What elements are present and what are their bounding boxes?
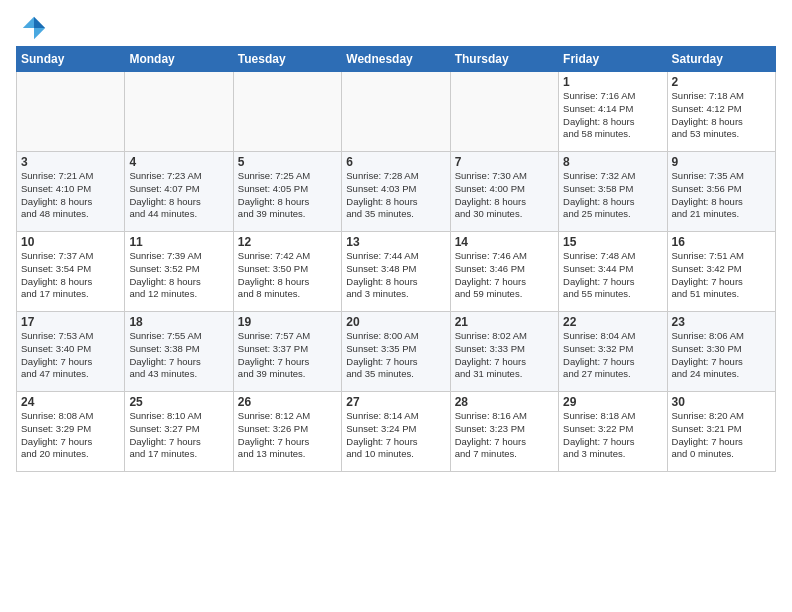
day-number: 27	[346, 395, 445, 409]
calendar-cell	[342, 72, 450, 152]
calendar-week-1: 1Sunrise: 7:16 AMSunset: 4:14 PMDaylight…	[17, 72, 776, 152]
weekday-header-saturday: Saturday	[667, 47, 775, 72]
calendar-cell	[233, 72, 341, 152]
calendar-cell: 3Sunrise: 7:21 AMSunset: 4:10 PMDaylight…	[17, 152, 125, 232]
calendar-cell: 23Sunrise: 8:06 AMSunset: 3:30 PMDayligh…	[667, 312, 775, 392]
svg-marker-2	[23, 17, 34, 28]
calendar-cell: 25Sunrise: 8:10 AMSunset: 3:27 PMDayligh…	[125, 392, 233, 472]
calendar-cell: 29Sunrise: 8:18 AMSunset: 3:22 PMDayligh…	[559, 392, 667, 472]
day-number: 10	[21, 235, 120, 249]
day-number: 2	[672, 75, 771, 89]
weekday-header-tuesday: Tuesday	[233, 47, 341, 72]
calendar-cell: 1Sunrise: 7:16 AMSunset: 4:14 PMDaylight…	[559, 72, 667, 152]
day-info: Sunrise: 8:16 AMSunset: 3:23 PMDaylight:…	[455, 410, 554, 461]
weekday-header-thursday: Thursday	[450, 47, 558, 72]
calendar-cell	[450, 72, 558, 152]
weekday-header-monday: Monday	[125, 47, 233, 72]
day-info: Sunrise: 7:37 AMSunset: 3:54 PMDaylight:…	[21, 250, 120, 301]
day-info: Sunrise: 8:10 AMSunset: 3:27 PMDaylight:…	[129, 410, 228, 461]
calendar-week-2: 3Sunrise: 7:21 AMSunset: 4:10 PMDaylight…	[17, 152, 776, 232]
calendar-cell: 26Sunrise: 8:12 AMSunset: 3:26 PMDayligh…	[233, 392, 341, 472]
calendar-cell: 5Sunrise: 7:25 AMSunset: 4:05 PMDaylight…	[233, 152, 341, 232]
day-info: Sunrise: 8:18 AMSunset: 3:22 PMDaylight:…	[563, 410, 662, 461]
day-number: 5	[238, 155, 337, 169]
calendar-cell: 20Sunrise: 8:00 AMSunset: 3:35 PMDayligh…	[342, 312, 450, 392]
calendar-cell: 30Sunrise: 8:20 AMSunset: 3:21 PMDayligh…	[667, 392, 775, 472]
calendar-week-5: 24Sunrise: 8:08 AMSunset: 3:29 PMDayligh…	[17, 392, 776, 472]
day-number: 18	[129, 315, 228, 329]
calendar-cell: 15Sunrise: 7:48 AMSunset: 3:44 PMDayligh…	[559, 232, 667, 312]
calendar-cell: 2Sunrise: 7:18 AMSunset: 4:12 PMDaylight…	[667, 72, 775, 152]
day-number: 29	[563, 395, 662, 409]
calendar-cell: 18Sunrise: 7:55 AMSunset: 3:38 PMDayligh…	[125, 312, 233, 392]
calendar-cell: 28Sunrise: 8:16 AMSunset: 3:23 PMDayligh…	[450, 392, 558, 472]
calendar-cell: 12Sunrise: 7:42 AMSunset: 3:50 PMDayligh…	[233, 232, 341, 312]
calendar-cell: 22Sunrise: 8:04 AMSunset: 3:32 PMDayligh…	[559, 312, 667, 392]
weekday-header-sunday: Sunday	[17, 47, 125, 72]
calendar-cell: 10Sunrise: 7:37 AMSunset: 3:54 PMDayligh…	[17, 232, 125, 312]
day-info: Sunrise: 7:42 AMSunset: 3:50 PMDaylight:…	[238, 250, 337, 301]
day-info: Sunrise: 7:48 AMSunset: 3:44 PMDaylight:…	[563, 250, 662, 301]
calendar-cell: 4Sunrise: 7:23 AMSunset: 4:07 PMDaylight…	[125, 152, 233, 232]
svg-marker-1	[34, 28, 45, 39]
calendar-cell: 6Sunrise: 7:28 AMSunset: 4:03 PMDaylight…	[342, 152, 450, 232]
day-info: Sunrise: 7:35 AMSunset: 3:56 PMDaylight:…	[672, 170, 771, 221]
calendar-cell: 9Sunrise: 7:35 AMSunset: 3:56 PMDaylight…	[667, 152, 775, 232]
calendar-cell: 21Sunrise: 8:02 AMSunset: 3:33 PMDayligh…	[450, 312, 558, 392]
day-info: Sunrise: 7:55 AMSunset: 3:38 PMDaylight:…	[129, 330, 228, 381]
day-info: Sunrise: 8:00 AMSunset: 3:35 PMDaylight:…	[346, 330, 445, 381]
calendar-cell: 8Sunrise: 7:32 AMSunset: 3:58 PMDaylight…	[559, 152, 667, 232]
calendar-cell: 11Sunrise: 7:39 AMSunset: 3:52 PMDayligh…	[125, 232, 233, 312]
day-number: 25	[129, 395, 228, 409]
weekday-header-wednesday: Wednesday	[342, 47, 450, 72]
day-info: Sunrise: 7:25 AMSunset: 4:05 PMDaylight:…	[238, 170, 337, 221]
day-number: 28	[455, 395, 554, 409]
day-number: 1	[563, 75, 662, 89]
day-number: 19	[238, 315, 337, 329]
day-number: 3	[21, 155, 120, 169]
day-number: 20	[346, 315, 445, 329]
day-number: 6	[346, 155, 445, 169]
day-number: 8	[563, 155, 662, 169]
day-number: 17	[21, 315, 120, 329]
day-number: 11	[129, 235, 228, 249]
calendar-week-3: 10Sunrise: 7:37 AMSunset: 3:54 PMDayligh…	[17, 232, 776, 312]
day-number: 26	[238, 395, 337, 409]
day-info: Sunrise: 7:51 AMSunset: 3:42 PMDaylight:…	[672, 250, 771, 301]
calendar-cell: 27Sunrise: 8:14 AMSunset: 3:24 PMDayligh…	[342, 392, 450, 472]
day-info: Sunrise: 8:04 AMSunset: 3:32 PMDaylight:…	[563, 330, 662, 381]
header	[16, 10, 776, 42]
day-number: 16	[672, 235, 771, 249]
day-number: 7	[455, 155, 554, 169]
day-info: Sunrise: 8:14 AMSunset: 3:24 PMDaylight:…	[346, 410, 445, 461]
day-number: 9	[672, 155, 771, 169]
day-number: 14	[455, 235, 554, 249]
day-info: Sunrise: 7:23 AMSunset: 4:07 PMDaylight:…	[129, 170, 228, 221]
page-container: SundayMondayTuesdayWednesdayThursdayFrid…	[0, 0, 792, 478]
day-info: Sunrise: 7:53 AMSunset: 3:40 PMDaylight:…	[21, 330, 120, 381]
calendar-cell: 19Sunrise: 7:57 AMSunset: 3:37 PMDayligh…	[233, 312, 341, 392]
day-number: 15	[563, 235, 662, 249]
day-info: Sunrise: 7:39 AMSunset: 3:52 PMDaylight:…	[129, 250, 228, 301]
day-number: 30	[672, 395, 771, 409]
day-number: 12	[238, 235, 337, 249]
day-number: 24	[21, 395, 120, 409]
logo	[16, 14, 48, 42]
calendar-cell	[125, 72, 233, 152]
calendar-week-4: 17Sunrise: 7:53 AMSunset: 3:40 PMDayligh…	[17, 312, 776, 392]
calendar-cell: 7Sunrise: 7:30 AMSunset: 4:00 PMDaylight…	[450, 152, 558, 232]
svg-marker-0	[34, 17, 45, 28]
day-info: Sunrise: 7:44 AMSunset: 3:48 PMDaylight:…	[346, 250, 445, 301]
day-info: Sunrise: 7:30 AMSunset: 4:00 PMDaylight:…	[455, 170, 554, 221]
calendar-cell: 17Sunrise: 7:53 AMSunset: 3:40 PMDayligh…	[17, 312, 125, 392]
day-info: Sunrise: 7:57 AMSunset: 3:37 PMDaylight:…	[238, 330, 337, 381]
day-number: 22	[563, 315, 662, 329]
day-number: 23	[672, 315, 771, 329]
day-info: Sunrise: 7:28 AMSunset: 4:03 PMDaylight:…	[346, 170, 445, 221]
logo-icon	[20, 14, 48, 42]
day-info: Sunrise: 7:32 AMSunset: 3:58 PMDaylight:…	[563, 170, 662, 221]
day-number: 13	[346, 235, 445, 249]
day-number: 4	[129, 155, 228, 169]
calendar-cell: 14Sunrise: 7:46 AMSunset: 3:46 PMDayligh…	[450, 232, 558, 312]
calendar-header-row: SundayMondayTuesdayWednesdayThursdayFrid…	[17, 47, 776, 72]
